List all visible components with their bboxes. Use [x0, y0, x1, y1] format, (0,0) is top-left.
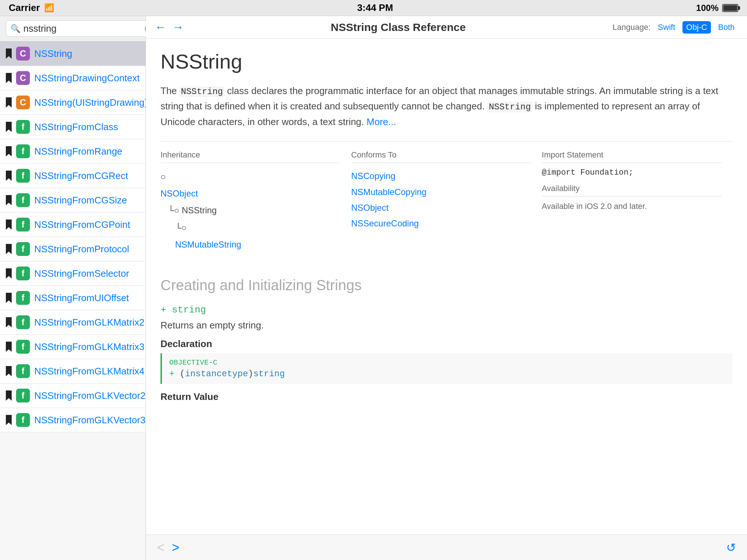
item-label: NSStringFromRange [34, 146, 140, 157]
bookmark-icon [6, 366, 12, 376]
availability-title: Availability [542, 184, 721, 197]
bookmark-icon [6, 195, 12, 205]
item-label: NSString(UIStringDrawing) [34, 97, 146, 108]
item-label: NSStringFromCGSize [34, 195, 140, 206]
code-language: OBJECTIVE-C [169, 358, 725, 367]
language-label: Language: [613, 23, 651, 32]
function-badge: f [16, 340, 30, 354]
import-title: Import Statement [542, 150, 721, 163]
section-title: Creating and Initializing Strings [160, 270, 732, 293]
lang-swift-button[interactable]: Swift [654, 21, 679, 34]
page-title: NSString Class Reference [331, 21, 466, 34]
return-value-label: Return Value [160, 391, 732, 402]
search-icon: 🔍 [11, 24, 20, 34]
method-name[interactable]: string [172, 304, 206, 315]
lang-both-button[interactable]: Both [715, 21, 738, 34]
sidebar: 🔍 ✕ Cancel C NSString C NSStringDrawingC… [0, 16, 146, 560]
tree-node-nsmutablestring: └○ NSMutableString [160, 219, 340, 252]
bookmark-icon [6, 219, 12, 230]
bookmark-icon [6, 293, 12, 303]
info-table: Inheritance ○ NSObject └○ NSString └○ NS… [160, 141, 732, 252]
conforms-to-column: Conforms To NSCopying NSMutableCopying N… [351, 150, 542, 252]
content-scroll[interactable]: NSString The NSString class declares the… [146, 39, 747, 534]
conforms-to-title: Conforms To [351, 150, 531, 163]
bookmark-icon [6, 97, 12, 108]
list-item[interactable]: f NSStringFromGLKVector3 [0, 408, 146, 432]
inheritance-title: Inheritance [160, 150, 340, 163]
bottom-nav-arrows: < > [157, 540, 179, 555]
availability-text: Available in iOS 2.0 and later. [542, 202, 721, 211]
list-item[interactable]: C NSString [0, 42, 146, 66]
nssecurecoding-link[interactable]: NSSecureCoding [351, 215, 531, 231]
nscopying-link[interactable]: NSCopying [351, 168, 531, 184]
battery-percentage: 100% [696, 3, 719, 13]
function-badge: f [16, 120, 30, 134]
code-line: + (instancetype)string [169, 369, 725, 379]
bookmark-icon [6, 146, 12, 156]
list-item[interactable]: C NSStringDrawingContext [0, 66, 146, 90]
bookmark-icon [6, 122, 12, 132]
search-input[interactable] [23, 23, 142, 34]
search-input-wrapper: 🔍 ✕ [6, 20, 159, 37]
main-container: 🔍 ✕ Cancel C NSString C NSStringDrawingC… [0, 16, 747, 560]
bookmark-icon [6, 48, 12, 59]
class-badge: C [16, 47, 30, 61]
battery-icon [722, 4, 738, 12]
list-item[interactable]: f NSStringFromRange [0, 139, 146, 164]
refresh-button[interactable]: ↺ [726, 541, 736, 555]
doc-title: NSString [160, 50, 732, 73]
list-item[interactable]: f NSStringFromUIOffset [0, 286, 146, 310]
function-badge: f [16, 144, 30, 158]
bookmark-icon [6, 342, 12, 352]
item-label: NSStringDrawingContext [34, 73, 140, 84]
nsobject-link[interactable]: NSObject [160, 186, 340, 201]
code-plus: + [169, 369, 180, 379]
list-item[interactable]: f NSStringFromCGRect [0, 164, 146, 188]
list-item[interactable]: f NSStringFromSelector [0, 261, 146, 286]
list-item[interactable]: f NSStringFromGLKMatrix4 [0, 359, 146, 384]
lang-objc-button[interactable]: Obj-C [682, 21, 711, 34]
bottom-bar: < > ↺ [146, 534, 747, 560]
code-instancetype: instancetype [185, 369, 248, 379]
function-badge: f [16, 413, 30, 427]
status-left: Carrier 📶 [9, 2, 54, 13]
item-label: NSStringFromClass [34, 121, 140, 133]
list-item[interactable]: f NSStringFromProtocol [0, 237, 146, 261]
bookmark-icon [6, 73, 12, 83]
list-item[interactable]: f NSStringFromClass [0, 115, 146, 139]
list-item[interactable]: f NSStringFromCGSize [0, 188, 146, 213]
nsmutablestring-link[interactable]: NSMutableString [175, 237, 340, 252]
item-label: NSStringFromGLKVector3 [34, 415, 146, 426]
item-label: NSStringFromCGRect [34, 170, 140, 182]
bottom-next-button[interactable]: > [172, 540, 179, 555]
bottom-prev-button[interactable]: < [157, 540, 165, 555]
nav-arrows: ← → [155, 20, 184, 34]
nav-forward-button[interactable]: → [172, 20, 184, 34]
content-header: ← → NSString Class Reference Language: S… [146, 16, 747, 39]
code-method-name: string [253, 369, 285, 379]
wifi-icon: 📶 [44, 3, 54, 13]
declaration-label: Declaration [160, 338, 732, 350]
nsmutablecopying-link[interactable]: NSMutableCopying [351, 184, 531, 200]
method-plus-sign: + [160, 304, 172, 315]
more-link[interactable]: More... [367, 116, 396, 127]
list-item[interactable]: f NSStringFromGLKVector2 [0, 384, 146, 408]
bookmark-icon [6, 244, 12, 254]
item-label: NSStringFromGLKMatrix2 [34, 317, 144, 328]
sidebar-list: C NSString C NSStringDrawingContext C NS… [0, 42, 146, 560]
carrier-label: Carrier [9, 2, 40, 13]
nsobject-conformance-link[interactable]: NSObject [351, 200, 531, 215]
function-badge: f [16, 242, 30, 256]
item-label: NSStringFromCGPoint [34, 219, 140, 230]
category-badge: C [16, 96, 30, 109]
nav-back-button[interactable]: ← [155, 20, 166, 34]
item-label: NSStringFromGLKMatrix4 [34, 366, 144, 377]
list-item[interactable]: f NSStringFromGLKMatrix2 [0, 310, 146, 335]
status-right: 100% [696, 3, 738, 13]
list-item[interactable]: f NSStringFromCGPoint [0, 213, 146, 237]
item-label: NSStringFromGLKVector2 [34, 390, 146, 401]
inline-code: NSString [179, 86, 224, 97]
list-item[interactable]: C NSString(UIStringDrawing) [0, 90, 146, 115]
function-badge: f [16, 364, 30, 378]
list-item[interactable]: f NSStringFromGLKMatrix3 [0, 335, 146, 359]
